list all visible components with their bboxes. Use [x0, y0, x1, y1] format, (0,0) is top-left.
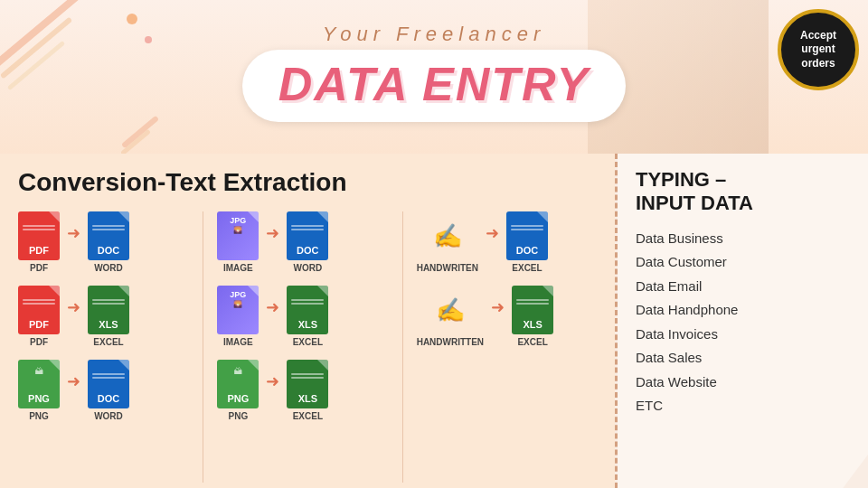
pdf-file-2: PDF — [18, 286, 60, 334]
conv-row-pdf-word: PDF PDF ➜ DOC WORD — [18, 211, 189, 273]
deco-dot2 — [145, 36, 152, 43]
jpg-file-1: JPG 🌄 — [217, 211, 259, 260]
conv-row-hw-word: ✍️ HANDWRITEN ➜ DOC EXCEL — [417, 211, 588, 273]
conv-row-jpg-word: JPG 🌄 IMAGE ➜ DOC WORD — [217, 211, 388, 273]
pdf-label-1: PDF — [30, 263, 48, 273]
jpg-label-2: IMAGE — [223, 337, 253, 347]
freelancer-text: Your Freelancer — [323, 23, 546, 46]
word-icon-4: DOC EXCEL — [506, 211, 548, 273]
conv-col-2: JPG 🌄 IMAGE ➜ DOC WORD — [208, 211, 397, 483]
word-icon-1: DOC WORD — [88, 211, 129, 273]
conv-row-png-word: 🏔 PNG PNG ➜ DOC WORD — [18, 360, 189, 421]
accept-line2: urgent — [801, 42, 835, 57]
data-entry-title: DATA ENTRY — [278, 57, 590, 111]
excel-label-3: EXCEL — [293, 411, 323, 421]
page-wrapper: Your Freelancer DATA ENTRY Accept urgent… — [0, 0, 868, 488]
excel-file-2: XLS — [287, 286, 328, 334]
hw-label-1: HANDWRITEN — [417, 263, 478, 273]
word-file-1: DOC — [88, 211, 129, 260]
arrow-6: ➜ — [266, 371, 279, 391]
hw-icon-2: ✍️ HANDWRITTEN — [417, 286, 484, 347]
list-item-8: ETC — [636, 394, 850, 418]
arrow-4: ➜ — [266, 223, 279, 243]
arrow-8: ➜ — [491, 297, 505, 317]
typing-title-text: TYPING –INPUT DATA — [636, 168, 753, 214]
list-item-6: Data Sales — [636, 346, 850, 371]
left-panel: Conversion-Text Extraction PDF PDF — [0, 154, 615, 488]
divider-1 — [203, 211, 203, 483]
word-label-2: WORD — [94, 411, 123, 421]
arrow-3: ➜ — [67, 371, 80, 391]
excel-label-2: EXCEL — [293, 337, 323, 347]
conversion-grid: PDF PDF ➜ DOC WORD — [18, 211, 597, 483]
excel-label-1: EXCEL — [93, 337, 123, 347]
jpg-file-2: JPG 🌄 — [217, 286, 259, 334]
excel-icon-3: XLS EXCEL — [287, 360, 328, 421]
arrow-5: ➜ — [266, 297, 279, 317]
hw-icon-1: ✍️ HANDWRITEN — [417, 211, 478, 273]
excel-icon-2: XLS EXCEL — [287, 286, 328, 347]
hw-label-2: HANDWRITTEN — [417, 337, 484, 347]
main-content: Conversion-Text Extraction PDF PDF — [0, 154, 868, 488]
word-icon-3: DOC WORD — [287, 211, 328, 273]
list-item-5: Data Invoices — [636, 323, 850, 347]
accept-line3: orders — [801, 57, 835, 71]
conv-col-1: PDF PDF ➜ DOC WORD — [18, 211, 198, 483]
conv-row-hw-excel: ✍️ HANDWRITTEN ➜ XLS EXCEL — [417, 286, 588, 347]
header-center: Your Freelancer DATA ENTRY — [242, 23, 627, 122]
png-icon-1: 🏔 PNG PNG — [18, 360, 60, 421]
excel-file-4: XLS — [512, 286, 553, 334]
list-item-2: Data Customer — [636, 250, 850, 275]
hw-visual-2: ✍️ — [427, 286, 474, 334]
word-file-3: DOC — [287, 211, 328, 260]
png-file-1: 🏔 PNG — [18, 360, 60, 408]
word-label-4: EXCEL — [512, 263, 542, 273]
word-label-3: WORD — [293, 263, 322, 273]
arrow-7: ➜ — [486, 223, 499, 243]
jpg-icon-2: JPG 🌄 IMAGE — [217, 286, 259, 347]
pdf-icon-1: PDF PDF — [18, 211, 60, 273]
excel-label-4: EXCEL — [517, 337, 547, 347]
png-label-1: PNG — [29, 411, 49, 421]
accept-line1: Accept — [800, 29, 836, 43]
deco-dots — [127, 14, 137, 24]
excel-file-3: XLS — [287, 360, 328, 408]
png-icon-2: 🏔 PNG PNG — [217, 360, 259, 421]
arrow-2: ➜ — [67, 297, 80, 317]
list-item-4: Data Handphone — [636, 298, 850, 323]
list-item-7: Data Website — [636, 371, 850, 395]
word-file-4: DOC — [506, 211, 548, 260]
accept-badge: Accept urgent orders — [778, 9, 859, 90]
word-label-1: WORD — [94, 263, 123, 273]
data-entry-oval: DATA ENTRY — [242, 50, 627, 122]
header-section: Your Freelancer DATA ENTRY Accept urgent… — [0, 0, 868, 154]
typing-title: TYPING –INPUT DATA — [636, 168, 850, 216]
jpg-icon-1: JPG 🌄 IMAGE — [217, 211, 259, 273]
right-content: TYPING –INPUT DATA Data Business Data Cu… — [636, 168, 850, 418]
hw-visual-1: ✍️ — [424, 211, 471, 260]
pdf-file-1: PDF — [18, 211, 60, 260]
jpg-label-1: IMAGE — [223, 263, 253, 273]
arrow-1: ➜ — [67, 223, 80, 243]
conv-row-pdf-excel: PDF PDF ➜ XLS EXCEL — [18, 286, 189, 347]
deco-stripes-bottom — [118, 129, 163, 145]
conv-row-jpg-excel: JPG 🌄 IMAGE ➜ XLS EXCE — [217, 286, 388, 347]
excel-icon-4: XLS EXCEL — [512, 286, 553, 347]
word-icon-2: DOC WORD — [88, 360, 129, 421]
divider-2 — [402, 211, 403, 483]
word-file-2: DOC — [88, 360, 129, 408]
right-panel: TYPING –INPUT DATA Data Business Data Cu… — [615, 154, 868, 488]
section-title: Conversion-Text Extraction — [18, 168, 597, 197]
typing-list: Data Business Data Customer Data Email D… — [636, 227, 850, 418]
excel-file-1: XLS — [88, 286, 129, 334]
png-file-2: 🏔 PNG — [217, 360, 259, 408]
deco-stripes-tl — [0, 0, 108, 108]
pdf-label-2: PDF — [30, 337, 48, 347]
excel-icon-1: XLS EXCEL — [88, 286, 129, 347]
conv-row-png-excel: 🏔 PNG PNG ➜ XLS EXCEL — [217, 360, 388, 421]
conv-col-3: ✍️ HANDWRITEN ➜ DOC EXCEL — [408, 211, 597, 483]
list-item-3: Data Email — [636, 275, 850, 299]
png-label-2: PNG — [228, 411, 248, 421]
list-item-1: Data Business — [636, 227, 850, 251]
pdf-icon-2: PDF PDF — [18, 286, 60, 347]
